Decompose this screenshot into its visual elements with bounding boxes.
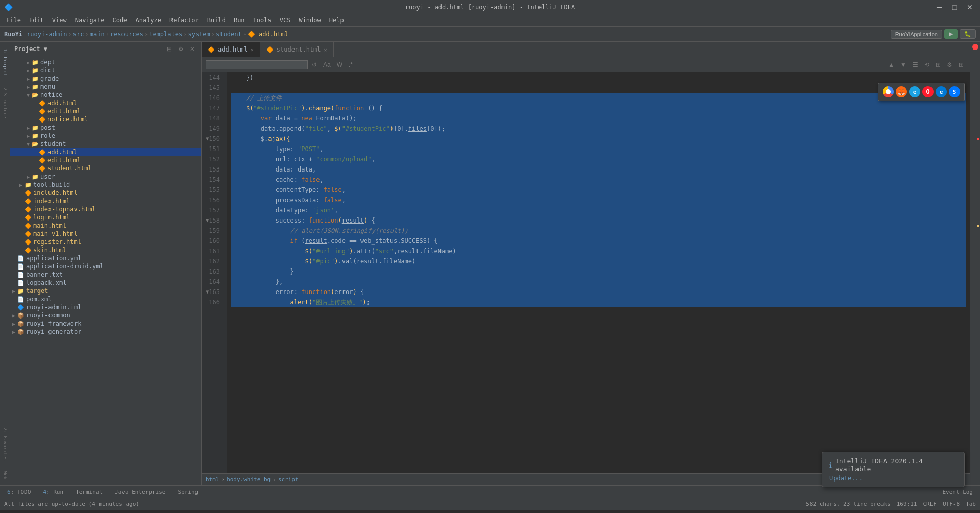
breadcrumb-src[interactable]: src (73, 31, 84, 38)
filter-button[interactable]: ⊞ (957, 60, 966, 69)
code-editor[interactable]: 144 145 146 147 148 149 ▼150 151 152 153… (202, 72, 970, 473)
tree-item-grade[interactable]: ▶ 📁 grade (10, 75, 201, 83)
minimize-button[interactable]: ─ (933, 1, 945, 13)
breadcrumb-templates[interactable]: templates (149, 31, 182, 38)
menu-item-code[interactable]: Code (109, 16, 132, 25)
fold-icon-158[interactable]: ▼ (206, 215, 209, 226)
close-button[interactable]: ✕ (964, 1, 976, 13)
run-tab[interactable]: 4: Run (40, 487, 66, 496)
chrome-browser-icon[interactable] (883, 86, 894, 97)
project-icon[interactable]: 1: Project (0, 42, 10, 83)
encoding[interactable]: UTF-8 (943, 501, 960, 507)
tree-arrow-dict[interactable]: ▶ (24, 68, 32, 74)
indent[interactable]: Tab (966, 501, 976, 507)
code-content[interactable]: }) // 上传文件 $("#studentPic").change(funct… (227, 72, 970, 473)
tree-item-dict[interactable]: ▶ 📁 dict (10, 66, 201, 75)
tree-item-role[interactable]: ▶ 📁 role (10, 132, 201, 140)
spring-tab[interactable]: Spring (175, 487, 201, 496)
tree-item-ruoyi-framework[interactable]: ▶ 📦 ruoyi-framework (10, 320, 201, 328)
tree-item-application-yml[interactable]: 📄 application.yml (10, 254, 201, 262)
tree-item-student-add[interactable]: 🔶 add.html (10, 148, 201, 156)
close-panel-button[interactable]: ✕ (188, 44, 197, 54)
tree-item-notice[interactable]: ▼ 📂 notice (10, 91, 201, 99)
refresh-button[interactable]: ↺ (310, 60, 319, 69)
settings-button[interactable]: ⚙ (176, 44, 186, 54)
breadcrumb-main[interactable]: main (90, 31, 105, 38)
next-button[interactable]: ▼ (898, 60, 909, 69)
tree-item-main-v1[interactable]: 🔶 main_v1.html (10, 230, 201, 238)
tree-item-menu[interactable]: ▶ 📁 menu (10, 83, 201, 91)
terminal-tab[interactable]: Terminal (72, 487, 106, 496)
line-ending[interactable]: CRLF (923, 501, 937, 507)
tree-item-banner-txt[interactable]: 📄 banner.txt (10, 271, 201, 279)
whole-word-button[interactable]: W (335, 60, 345, 69)
event-log-tab[interactable]: Event Log (939, 487, 976, 496)
tree-arrow-student[interactable]: ▼ (24, 141, 32, 147)
tree-item-pom-xml[interactable]: 📄 pom.xml (10, 295, 201, 303)
tree-arrow-user[interactable]: ▶ (24, 174, 32, 180)
tree-arrow-menu[interactable]: ▶ (24, 84, 32, 90)
menu-item-edit[interactable]: Edit (25, 16, 48, 25)
todo-tab[interactable]: 6: TODO (4, 487, 34, 496)
prev-button[interactable]: ▲ (886, 60, 896, 69)
tree-item-student-student[interactable]: 🔶 student.html (10, 164, 201, 173)
run-button[interactable]: ▶ (944, 29, 958, 39)
tree-item-application-druid[interactable]: 📄 application-druid.yml (10, 262, 201, 271)
tree-arrow-grade[interactable]: ▶ (24, 76, 32, 82)
tree-item-notice-edit[interactable]: 🔶 edit.html (10, 107, 201, 115)
debug-button[interactable]: 🐛 (960, 29, 976, 39)
tree-item-register-html[interactable]: 🔶 register.html (10, 238, 201, 246)
tree-arrow-tool-build[interactable]: ▶ (17, 182, 24, 188)
tab2-button[interactable]: ⊞ (934, 60, 943, 69)
firefox-browser-icon[interactable]: 🦊 (896, 86, 907, 97)
tree-arrow-notice[interactable]: ▼ (24, 92, 32, 98)
tree-item-tool-build[interactable]: ▶ 📁 tool.build (10, 181, 201, 189)
tree-item-student[interactable]: ▼ 📂 student (10, 140, 201, 148)
tree-item-skin-html[interactable]: 🔶 skin.html (10, 246, 201, 254)
tree-arrow-ruoyi-generator[interactable]: ▶ (10, 329, 17, 335)
menu-item-view[interactable]: View (48, 16, 71, 25)
run-config-dropdown[interactable]: RuoYiApplication (891, 30, 942, 39)
breadcrumb-student[interactable]: student (216, 31, 242, 38)
match-case-button[interactable]: Aa (321, 60, 333, 69)
edge-browser-icon[interactable]: e (936, 86, 947, 97)
breadcrumb-add-html[interactable]: 🔶 add.html (248, 31, 288, 38)
tab-close-student-html[interactable]: ✕ (324, 47, 327, 53)
menu-item-analyze[interactable]: Analyze (131, 16, 165, 25)
tree-item-login-html[interactable]: 🔶 login.html (10, 213, 201, 222)
structure-icon[interactable]: 2-Structure (0, 83, 10, 124)
tab-close-add-html[interactable]: ✕ (251, 47, 254, 53)
tree-item-ruoyi-generator[interactable]: ▶ 📦 ruoyi-generator (10, 328, 201, 336)
breadcrumb-ruoyi-admin[interactable]: ruoyi-admin (27, 31, 67, 38)
tree-item-ruoyi-iml[interactable]: 🔷 ruoyi-admin.iml (10, 303, 201, 311)
tree-item-dept[interactable]: ▶ 📁 dept (10, 58, 201, 66)
bc-html[interactable]: html (206, 476, 219, 483)
breadcrumb-resources[interactable]: resources (110, 31, 143, 38)
tree-item-notice-add[interactable]: 🔶 add.html (10, 99, 201, 107)
web-icon[interactable]: Web (0, 465, 10, 485)
menu-item-vcs[interactable]: VCS (276, 16, 295, 25)
java-enterprise-tab[interactable]: Java Enterprise (112, 487, 168, 496)
tree-item-post[interactable]: ▶ 📁 post (10, 124, 201, 132)
menu-item-run[interactable]: Run (230, 16, 249, 25)
maximize-button[interactable]: □ (948, 1, 961, 13)
search-input[interactable] (206, 60, 308, 69)
menu-item-refactor[interactable]: Refactor (165, 16, 203, 25)
fold-icon-150[interactable]: ▼ (206, 134, 209, 144)
tree-arrow-role[interactable]: ▶ (24, 133, 32, 139)
menu-item-build[interactable]: Build (203, 16, 230, 25)
wrap-button[interactable]: ⟲ (922, 60, 932, 69)
tree-item-user[interactable]: ▶ 📁 user (10, 173, 201, 181)
tab-student-html[interactable]: 🔶 student.html ✕ (260, 42, 334, 57)
tree-item-main-html[interactable]: 🔶 main.html (10, 222, 201, 230)
tree-item-student-edit[interactable]: 🔶 edit.html (10, 156, 201, 164)
tree-item-notice-notice[interactable]: 🔶 notice.html (10, 115, 201, 124)
tree-item-include-html[interactable]: 🔶 include.html (10, 189, 201, 197)
tree-item-index-topnav[interactable]: 🔶 index-topnav.html (10, 205, 201, 213)
bc-body[interactable]: body.white-bg (227, 476, 271, 483)
menu-item-navigate[interactable]: Navigate (71, 16, 109, 25)
opera-browser-icon[interactable]: O (922, 86, 934, 97)
collapse-all-button[interactable]: ⊟ (165, 44, 174, 54)
tab-add-html[interactable]: 🔶 add.html ✕ (202, 42, 260, 57)
favorites-icon[interactable]: 2: Favorites (0, 424, 10, 465)
